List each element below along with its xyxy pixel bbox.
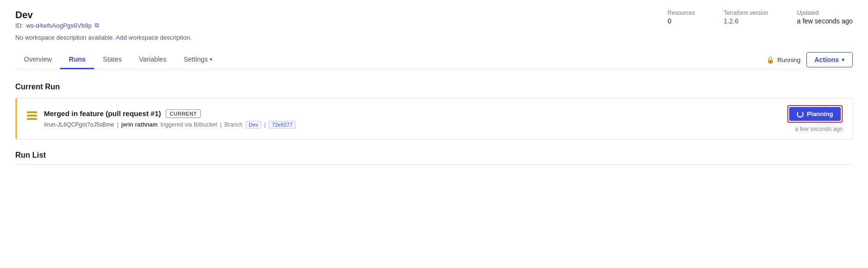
line-3: [27, 118, 37, 120]
tab-overview[interactable]: Overview: [15, 51, 60, 69]
run-lines-icon: [27, 111, 37, 120]
branch-badge: Dev: [246, 121, 262, 129]
current-badge: CURRENT: [166, 109, 201, 118]
settings-chevron-icon: ▾: [210, 56, 213, 63]
commit-badge: 72e9277: [268, 121, 296, 129]
branch-label: Branch: [225, 121, 243, 128]
actions-button-label: Actions: [814, 56, 839, 64]
updated-label: Updated: [797, 10, 853, 16]
updated-value: a few seconds ago: [797, 17, 853, 25]
add-desc-link[interactable]: Add: [116, 34, 127, 41]
add-desc-suffix: workspace description.: [129, 34, 192, 41]
line-1: [27, 111, 37, 113]
current-run-section-title: Current Run: [15, 83, 853, 91]
workspace-id-value[interactable]: ws-d4wfsAogPgs6Vb9p: [26, 22, 92, 29]
line-2: [27, 115, 37, 117]
running-label: Running: [777, 56, 800, 64]
tab-runs[interactable]: Runs: [60, 51, 94, 69]
content-area: Current Run Merged in feature (pull requ…: [15, 69, 853, 165]
run-time: a few seconds ago: [795, 126, 843, 132]
run-info: Merged in feature (pull request #1) CURR…: [44, 109, 296, 129]
page-wrapper: Dev ID: ws-d4wfsAogPgs6Vb9p ⧉ No workspa…: [0, 0, 868, 165]
workspace-title: Dev: [15, 10, 192, 21]
actions-chevron-icon: ▾: [842, 57, 845, 63]
lock-icon: 🔒: [766, 56, 774, 64]
tab-variables[interactable]: Variables: [130, 51, 175, 69]
terraform-value[interactable]: 1.2.6: [724, 17, 768, 25]
workspace-desc: No workspace description available. Add …: [15, 34, 192, 41]
terraform-label: Terraform version: [724, 10, 768, 16]
run-list-section-title: Run List: [15, 151, 853, 160]
run-list-divider: [15, 164, 853, 165]
terraform-meta: Terraform version 1.2.6: [724, 10, 768, 25]
tab-settings-label: Settings: [183, 55, 208, 63]
run-card-left: Merged in feature (pull request #1) CURR…: [27, 109, 296, 129]
planning-label: Planning: [807, 110, 833, 118]
sep1: |: [117, 121, 118, 128]
planning-button[interactable]: Planning: [789, 107, 841, 121]
copy-icon[interactable]: ⧉: [95, 21, 99, 29]
planning-spinner-icon: [797, 111, 804, 118]
tab-states[interactable]: States: [94, 51, 130, 69]
run-card-right: Planning a few seconds ago: [787, 105, 843, 132]
run-user: jerin rathnam: [121, 121, 158, 128]
resources-label: Resources: [668, 10, 695, 16]
tab-settings[interactable]: Settings ▾: [175, 51, 221, 69]
header-top: Dev ID: ws-d4wfsAogPgs6Vb9p ⧉ No workspa…: [15, 10, 853, 41]
workspace-id-row: ID: ws-d4wfsAogPgs6Vb9p ⧉: [15, 21, 192, 29]
running-status: 🔒 Running: [766, 56, 800, 64]
resources-meta: Resources 0: [668, 10, 695, 25]
tabs-nav: Overview Runs States Variables Settings …: [15, 51, 221, 69]
sep3: |: [264, 121, 266, 128]
tabs-right: 🔒 Running Actions ▾: [766, 52, 853, 67]
planning-btn-wrapper: Planning: [787, 105, 843, 123]
trigger-text: triggered via Bitbucket: [161, 121, 217, 128]
resources-value: 0: [668, 17, 695, 25]
no-desc-text: No workspace description available.: [15, 34, 114, 41]
run-title[interactable]: Merged in feature (pull request #1): [44, 109, 161, 118]
tabs-row: Overview Runs States Variables Settings …: [15, 51, 853, 69]
updated-meta: Updated a few seconds ago: [797, 10, 853, 25]
meta-row: Resources 0 Terraform version 1.2.6 Upda…: [668, 10, 853, 25]
run-id[interactable]: #run-JL6QCPgm7oJ5sBme: [44, 121, 114, 128]
current-run-card: Merged in feature (pull request #1) CURR…: [15, 98, 853, 139]
sep2: |: [220, 121, 222, 128]
actions-button[interactable]: Actions ▾: [806, 52, 853, 67]
run-title-row: Merged in feature (pull request #1) CURR…: [44, 109, 296, 118]
run-meta: #run-JL6QCPgm7oJ5sBme | jerin rathnam tr…: [44, 121, 296, 129]
workspace-info: Dev ID: ws-d4wfsAogPgs6Vb9p ⧉ No workspa…: [15, 10, 192, 41]
id-label: ID:: [15, 22, 23, 29]
